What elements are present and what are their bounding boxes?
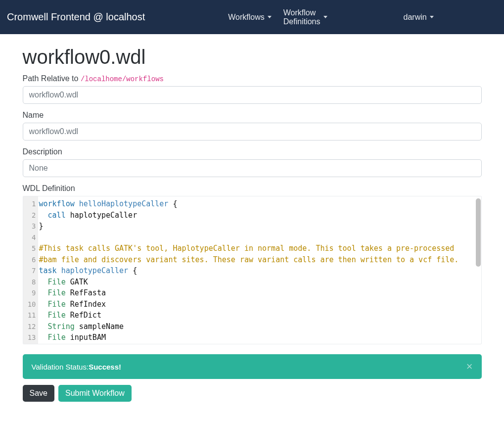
path-base: /localhome/workflows — [81, 75, 164, 83]
line-number: 7 — [23, 265, 36, 277]
button-row: Save Submit Workflow — [23, 385, 482, 402]
nav-user-label: darwin — [404, 13, 427, 22]
nav-workflows[interactable]: Workflows — [222, 4, 277, 30]
editor-gutter: 12345678910111213 — [23, 196, 38, 344]
path-group: Path Relative to /localhome/workflows — [23, 74, 482, 104]
description-input[interactable] — [23, 159, 482, 177]
code-line[interactable]: File GATK — [39, 277, 475, 288]
nav-workflow-definitions-label: Workflow Definitions — [283, 8, 321, 26]
name-input[interactable] — [23, 123, 482, 141]
navbar-brand[interactable]: Cromwell Frontend @ localhost — [7, 11, 145, 23]
path-label-prefix: Path Relative to — [23, 74, 81, 83]
code-line[interactable] — [39, 232, 475, 243]
line-number: 4 — [23, 232, 36, 243]
code-line[interactable]: String sampleName — [39, 321, 475, 332]
editor-scrollbar-thumb[interactable] — [476, 198, 481, 267]
code-line[interactable]: File RefFasta — [39, 287, 475, 299]
code-line[interactable]: File RefDict — [39, 310, 475, 321]
wdl-label: WDL Definition — [23, 184, 482, 193]
line-number: 3 — [23, 221, 36, 232]
line-number: 8 — [23, 277, 36, 288]
description-label: Description — [23, 147, 482, 156]
path-input[interactable] — [23, 86, 482, 104]
nav-workflow-definitions[interactable]: Workflow Definitions — [277, 4, 333, 30]
code-line[interactable]: File RefIndex — [39, 299, 475, 310]
line-number: 2 — [23, 210, 36, 221]
name-group: Name — [23, 111, 482, 141]
wdl-editor[interactable]: 12345678910111213 workflow helloHaplotyp… — [23, 196, 482, 344]
line-number: 9 — [23, 287, 36, 299]
chevron-down-icon — [268, 16, 272, 18]
validation-alert: Validation Status: Success! × — [23, 354, 482, 379]
chevron-down-icon — [430, 16, 434, 18]
code-line[interactable]: #This task calls GATK's tool, HaplotypeC… — [39, 243, 475, 254]
path-label: Path Relative to /localhome/workflows — [23, 74, 482, 83]
editor-code[interactable]: workflow helloHaplotypeCaller { call hap… — [38, 196, 475, 344]
code-line[interactable]: call haplotypeCaller — [39, 210, 475, 221]
page-title: workflow0.wdl — [23, 46, 482, 68]
close-icon[interactable]: × — [466, 361, 473, 372]
main-container: workflow0.wdl Path Relative to /localhom… — [20, 46, 485, 402]
line-number: 12 — [23, 321, 36, 332]
chevron-down-icon — [323, 16, 327, 18]
code-line[interactable]: task haplotypeCaller { — [39, 265, 475, 277]
code-line[interactable]: workflow helloHaplotypeCaller { — [39, 198, 475, 210]
line-number: 13 — [23, 332, 36, 343]
name-label: Name — [23, 111, 482, 120]
line-number: 6 — [23, 254, 36, 266]
code-line[interactable]: File inputBAM — [39, 332, 475, 343]
submit-workflow-button[interactable]: Submit Workflow — [58, 385, 132, 402]
line-number: 5 — [23, 243, 36, 254]
validation-prefix: Validation Status: — [32, 363, 89, 371]
description-group: Description — [23, 147, 482, 177]
save-button[interactable]: Save — [23, 385, 54, 402]
validation-status: Success! — [89, 363, 121, 371]
code-line[interactable]: #bam file and discovers variant sites. T… — [39, 254, 475, 266]
navbar: Cromwell Frontend @ localhost Workflows … — [0, 0, 504, 34]
code-line[interactable]: } — [39, 221, 475, 232]
nav-user-menu[interactable]: darwin — [398, 9, 440, 26]
line-number: 10 — [23, 299, 36, 310]
line-number: 1 — [23, 198, 36, 210]
line-number: 11 — [23, 310, 36, 321]
wdl-group: WDL Definition 12345678910111213 workflo… — [23, 184, 482, 344]
nav-workflows-label: Workflows — [228, 13, 265, 22]
